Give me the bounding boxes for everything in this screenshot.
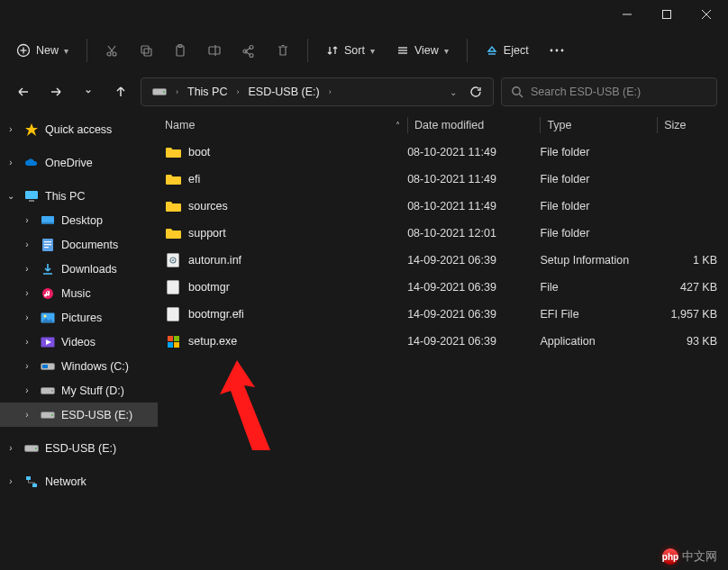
svg-point-29 [513, 87, 520, 95]
expand-icon[interactable]: › [20, 264, 34, 274]
expand-icon[interactable]: › [20, 240, 34, 249]
svg-rect-12 [144, 49, 151, 56]
collapse-icon[interactable]: ⌄ [4, 191, 18, 201]
expand-icon[interactable]: › [4, 158, 18, 167]
sidebar-item-label: Music [61, 287, 152, 300]
sidebar-item-label: This PC [45, 190, 152, 203]
column-header-date[interactable]: Date modified [407, 112, 540, 139]
sidebar-item-videos[interactable]: › Videos [0, 330, 158, 354]
sidebar-item-desktop[interactable]: › Desktop [0, 208, 158, 232]
more-button[interactable] [541, 35, 572, 66]
file-icon [165, 306, 181, 322]
titlebar [0, 0, 728, 29]
file-date: 08-10-2021 11:49 [407, 146, 540, 158]
file-date: 14-09-2021 06:39 [407, 254, 540, 267]
breadcrumb-drive-icon[interactable] [147, 85, 172, 99]
file-type: File folder [541, 173, 658, 185]
sidebar-item-network[interactable]: › Network [0, 469, 158, 493]
svg-point-26 [560, 50, 563, 52]
sort-indicator-icon: ˄ [396, 121, 400, 131]
svg-point-48 [51, 390, 53, 392]
sidebar-item-my-stuff-d[interactable]: › My Stuff (D:) [0, 378, 158, 403]
drive-icon [40, 358, 56, 375]
column-header-name[interactable]: Name ˄ [158, 112, 407, 139]
expand-icon[interactable]: › [20, 337, 34, 347]
refresh-button[interactable] [464, 84, 487, 100]
search-input[interactable] [531, 86, 707, 98]
expand-icon[interactable]: › [20, 288, 34, 298]
file-date: 14-09-2021 06:39 [407, 308, 540, 321]
sidebar-item-esd-usb-e[interactable]: › ESD-USB (E:) [0, 403, 158, 427]
file-row[interactable]: setup.exe14-09-2021 06:39Application93 K… [158, 328, 728, 355]
search-box[interactable] [501, 77, 717, 106]
chevron-down-icon: ▾ [444, 46, 449, 56]
address-bar[interactable]: › This PC › ESD-USB (E:) › ⌄ [141, 77, 494, 106]
file-type: File [541, 281, 658, 294]
minimize-button[interactable] [607, 1, 647, 28]
sidebar-item-downloads[interactable]: › Downloads [0, 257, 158, 281]
documents-icon [40, 237, 56, 253]
expand-icon[interactable]: › [4, 476, 18, 486]
expand-icon[interactable]: › [20, 385, 34, 395]
paste-button[interactable] [165, 35, 196, 66]
address-dropdown[interactable]: ⌄ [444, 86, 462, 99]
file-row[interactable]: bootmgr.efi14-09-2021 06:39EFI File1,957… [158, 301, 728, 328]
cut-button[interactable] [96, 35, 127, 66]
music-icon [40, 285, 56, 302]
close-button[interactable] [687, 1, 726, 28]
file-row[interactable]: boot08-10-2021 11:49File folder [158, 139, 728, 166]
view-button[interactable]: View ▾ [387, 35, 458, 66]
column-header-size[interactable]: Size [657, 112, 728, 139]
chevron-down-icon: ▾ [370, 46, 375, 56]
maximize-button[interactable] [647, 1, 687, 28]
rename-button[interactable] [199, 35, 230, 66]
breadcrumb-this-pc[interactable]: This PC [182, 84, 232, 100]
pictures-icon [40, 310, 56, 326]
file-row[interactable]: efi08-10-2021 11:49File folder [158, 166, 728, 193]
expand-icon[interactable]: › [20, 312, 34, 322]
share-button[interactable] [233, 35, 264, 66]
file-size: 427 KB [657, 281, 728, 294]
up-button[interactable] [108, 78, 133, 105]
sidebar-item-quick-access[interactable]: › Quick access [0, 117, 158, 141]
desktop-icon [40, 213, 56, 229]
delete-button[interactable] [268, 35, 298, 66]
sidebar-item-esd-usb-e-root[interactable]: › ESD-USB (E:) [0, 436, 158, 460]
sidebar-item-windows-c[interactable]: › Windows (C:) [0, 354, 158, 378]
toolbar: New ▾ Sort ▾ View ▾ Eject [0, 29, 728, 72]
file-row[interactable]: support08-10-2021 12:01File folder [158, 220, 728, 247]
downloads-icon [40, 261, 56, 277]
cloud-icon [23, 155, 40, 171]
column-header-type[interactable]: Type [540, 112, 657, 139]
svg-rect-58 [168, 281, 179, 294]
sidebar-item-music[interactable]: › Music [0, 281, 158, 305]
file-row[interactable]: autorun.inf14-09-2021 06:39Setup Informa… [158, 247, 728, 274]
copy-button[interactable] [131, 35, 161, 66]
column-header-label: Date modified [414, 119, 484, 131]
view-button-label: View [414, 44, 439, 57]
new-button[interactable]: New ▾ [7, 35, 77, 66]
forward-button[interactable] [43, 78, 68, 105]
expand-icon[interactable]: › [20, 410, 34, 420]
sidebar-item-documents[interactable]: › Documents [0, 232, 158, 257]
expand-icon[interactable]: › [4, 124, 18, 134]
back-button[interactable] [11, 78, 36, 105]
svg-rect-1 [663, 11, 671, 19]
expand-icon[interactable]: › [20, 215, 34, 225]
eject-button[interactable]: Eject [477, 35, 538, 66]
file-row[interactable]: sources08-10-2021 11:49File folder [158, 193, 728, 220]
sidebar-item-label: OneDrive [45, 157, 152, 169]
expand-icon[interactable]: › [4, 443, 18, 453]
sidebar-item-onedrive[interactable]: › OneDrive [0, 150, 158, 175]
expand-icon[interactable]: › [20, 361, 34, 371]
sidebar-item-this-pc[interactable]: ⌄ This PC [0, 184, 158, 208]
history-dropdown[interactable] [76, 78, 101, 105]
breadcrumb-esd-usb[interactable]: ESD-USB (E:) [242, 84, 324, 100]
sidebar-item-pictures[interactable]: › Pictures [0, 305, 158, 330]
file-icon [165, 252, 181, 268]
file-name: sources [188, 200, 228, 213]
svg-point-28 [163, 91, 165, 93]
file-date: 08-10-2021 12:01 [407, 227, 540, 240]
file-row[interactable]: bootmgr14-09-2021 06:39File427 KB [158, 274, 728, 301]
sort-button[interactable]: Sort ▾ [317, 35, 384, 66]
